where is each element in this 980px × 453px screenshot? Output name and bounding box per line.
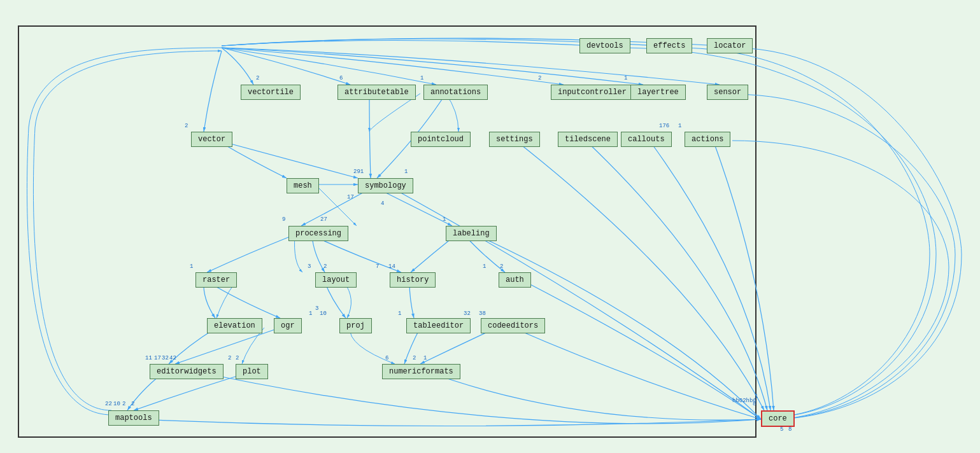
node-ogr[interactable]: ogr xyxy=(274,318,302,333)
node-history[interactable]: history xyxy=(390,272,436,288)
edge-label-16: 2 xyxy=(323,263,327,270)
node-layertree[interactable]: layertree xyxy=(630,85,686,100)
node-editorwidgets[interactable]: editorwidgets xyxy=(150,364,224,379)
edge-label-7: 176 xyxy=(659,123,669,129)
edge-label-9: 1 xyxy=(404,169,408,175)
edge-label-14: 1 xyxy=(443,216,446,223)
node-attributetable[interactable]: attributetable xyxy=(337,85,416,100)
node-callouts[interactable]: callouts xyxy=(621,132,672,147)
edge-label-25: 1 xyxy=(398,310,401,317)
edge-label-8: 291 xyxy=(353,169,364,175)
node-sensor[interactable]: sensor xyxy=(707,85,748,100)
edge-label-4: 1 xyxy=(624,75,627,81)
edge-label-35: 2 xyxy=(413,355,416,361)
edge-label-38: 10 xyxy=(113,401,120,407)
node-actions[interactable]: actions xyxy=(685,132,730,147)
edge-label-30: 32 xyxy=(162,355,169,361)
edge-label-27: 38 xyxy=(479,310,486,317)
node-auth[interactable]: auth xyxy=(499,272,531,288)
edge-label-3: 2 xyxy=(538,75,541,81)
edge-label-40: 2 xyxy=(131,401,134,407)
node-vectortile[interactable]: vectortile xyxy=(241,85,301,100)
edge-label-24: 10 xyxy=(320,310,327,317)
edge-label-33: 2 xyxy=(236,355,239,361)
edge-label-37: 22 xyxy=(105,401,112,407)
node-core[interactable]: core xyxy=(761,410,795,427)
edge-label-10: 17 xyxy=(347,194,354,200)
edge-label-13: 4 xyxy=(381,200,384,207)
edge-label-26: 32 xyxy=(464,310,471,317)
edge-label-39: 2 xyxy=(122,401,125,407)
edge-label-2: 1 xyxy=(420,75,423,81)
edge-label-23: 3 xyxy=(315,305,318,312)
edge-label-11: 9 xyxy=(282,216,285,223)
node-vector[interactable]: vector xyxy=(191,132,232,147)
node-effects[interactable]: effects xyxy=(646,38,692,53)
edge-label-45: 5 xyxy=(780,426,783,433)
node-tableeditor[interactable]: tableeditor xyxy=(406,318,471,333)
edge-label-28: 11 xyxy=(145,355,152,361)
node-processing[interactable]: processing xyxy=(288,226,348,241)
edge-label-32: 2 xyxy=(228,355,231,361)
edge-label-18: 14 xyxy=(388,263,395,270)
node-elevation[interactable]: elevation xyxy=(207,318,262,333)
edge-label-19: 1 xyxy=(483,263,486,270)
node-mesh[interactable]: mesh xyxy=(287,178,319,193)
edge-label-34: 6 xyxy=(385,355,388,361)
edge-label-17: 7 xyxy=(376,263,379,270)
edge-label-12: 27 xyxy=(320,216,327,223)
edge-label-29: 17 xyxy=(154,355,161,361)
edge-label-6: 1 xyxy=(678,123,681,129)
node-annotations[interactable]: annotations xyxy=(423,85,488,100)
edge-label-22: 1 xyxy=(309,310,312,317)
edge-label-5: 2 xyxy=(185,123,188,129)
edge-label-15: 3 xyxy=(308,263,311,270)
main-container: devtoolseffectslocatorvectortileattribut… xyxy=(0,0,980,453)
edge-label-0: 2 xyxy=(256,75,259,81)
edge-label-31: 42 xyxy=(169,355,176,361)
node-labeling[interactable]: labeling xyxy=(446,226,497,241)
edge-label-1: 6 xyxy=(339,75,343,81)
node-locator[interactable]: locator xyxy=(707,38,753,53)
node-maptools[interactable]: maptools xyxy=(108,410,159,426)
node-plot[interactable]: plot xyxy=(236,364,268,379)
edge-label-44: hb02hb6 xyxy=(732,398,756,404)
node-devtools[interactable]: devtools xyxy=(579,38,630,53)
node-tiledscene[interactable]: tiledscene xyxy=(558,132,618,147)
node-proj[interactable]: proj xyxy=(339,318,372,333)
edge-label-21: 1 xyxy=(190,263,193,270)
node-pointcloud[interactable]: pointcloud xyxy=(411,132,471,147)
node-layout[interactable]: layout xyxy=(315,272,357,288)
node-numericformats[interactable]: numericformats xyxy=(382,364,460,379)
edge-label-36: 1 xyxy=(423,355,427,361)
node-raster[interactable]: raster xyxy=(195,272,237,288)
node-inputcontroller[interactable]: inputcontroller xyxy=(551,85,634,100)
node-codeeditors[interactable]: codeeditors xyxy=(481,318,545,333)
edge-label-20: 2 xyxy=(500,263,503,270)
node-settings[interactable]: settings xyxy=(489,132,540,147)
node-symbology[interactable]: symbology xyxy=(358,178,413,193)
edge-label-46: 8 xyxy=(788,426,792,433)
